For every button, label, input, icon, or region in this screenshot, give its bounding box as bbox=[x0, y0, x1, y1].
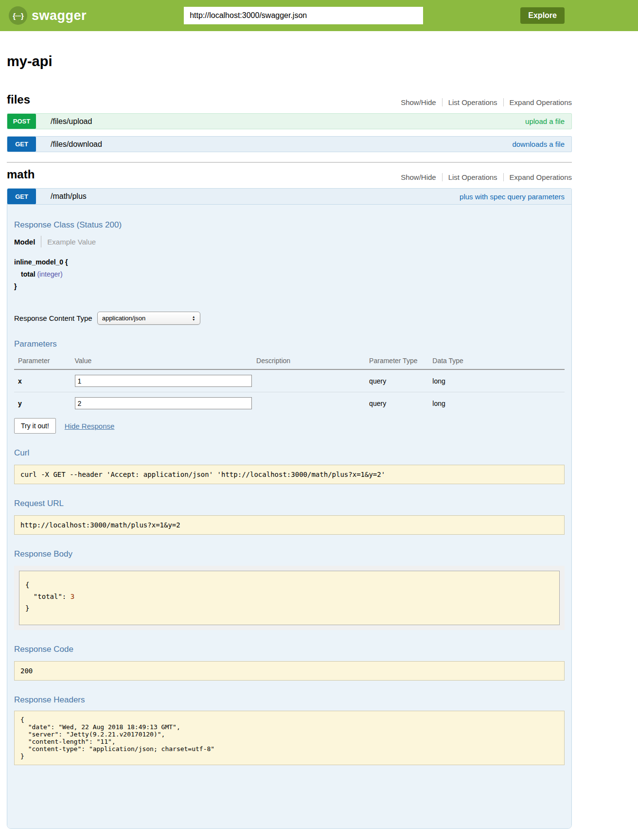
model-open-line: inline_model_0 { bbox=[14, 258, 565, 266]
tab-model[interactable]: Model bbox=[14, 238, 35, 246]
operation-summary-link[interactable]: plus with spec query parameters bbox=[460, 192, 565, 201]
hide-response-link[interactable]: Hide Response bbox=[65, 422, 115, 430]
parameters-table: Parameter Value Description Parameter Ty… bbox=[14, 354, 565, 412]
column-header: Value bbox=[75, 354, 257, 369]
model-tabs: Model Example Value bbox=[14, 236, 565, 247]
tab-separator bbox=[41, 236, 41, 247]
column-header: Description bbox=[256, 354, 369, 369]
operation-path-link[interactable]: /files/upload bbox=[51, 117, 92, 126]
json-open-brace: { bbox=[25, 579, 553, 591]
method-badge-get: GET bbox=[7, 137, 36, 152]
operation-path-link[interactable]: /math/plus bbox=[51, 192, 87, 201]
operation-row-get-files-download[interactable]: GET /files/download downloads a file bbox=[7, 136, 572, 152]
parameters-header-row: Parameter Value Description Parameter Ty… bbox=[14, 354, 565, 369]
column-header: Data Type bbox=[432, 354, 565, 369]
parameter-description bbox=[256, 369, 369, 392]
expand-operations-link[interactable]: Expand Operations bbox=[503, 173, 572, 181]
swagger-logo[interactable]: {···} swagger bbox=[9, 6, 87, 25]
operation-row-post-files-upload[interactable]: POST /files/upload upload a file bbox=[7, 113, 572, 129]
explore-button[interactable]: Explore bbox=[520, 7, 565, 24]
header-bar: {···} swagger Explore bbox=[0, 0, 638, 31]
operation-detail-panel: Response Class (Status 200) Model Exampl… bbox=[7, 205, 571, 828]
parameter-data-type: long bbox=[432, 392, 565, 413]
model-property-name: total bbox=[21, 270, 35, 278]
method-badge-post: POST bbox=[7, 114, 36, 129]
operation-row-get-math-plus[interactable]: GET /math/plus plus with spec query para… bbox=[7, 189, 571, 205]
expand-operations-link[interactable]: Expand Operations bbox=[503, 98, 572, 106]
response-headers-box: { "date": "Wed, 22 Aug 2018 18:49:13 GMT… bbox=[14, 711, 565, 765]
curl-heading: Curl bbox=[14, 448, 565, 458]
headers-line: "content-length": "11", bbox=[20, 738, 558, 745]
selected-content-type: application/json bbox=[102, 315, 146, 322]
headers-line: "server": "Jetty(9.2.21.v20170120)", bbox=[20, 731, 558, 738]
try-it-out-row: Try it out! Hide Response bbox=[14, 418, 565, 434]
parameter-type: query bbox=[369, 369, 432, 392]
model-property-type: (integer) bbox=[37, 270, 62, 278]
parameter-data-type: long bbox=[432, 369, 565, 392]
column-header: Parameter bbox=[14, 354, 75, 369]
response-code-box: 200 bbox=[14, 661, 565, 681]
json-close-brace: } bbox=[25, 602, 553, 614]
operation-path-link[interactable]: /files/download bbox=[51, 140, 102, 149]
api-title: my-api bbox=[7, 53, 572, 70]
main-content: my-api files Show/Hide List Operations E… bbox=[7, 53, 572, 840]
headers-line: } bbox=[20, 752, 558, 760]
section-divider bbox=[7, 162, 572, 163]
response-content-type-row: Response Content Type application/json ▲… bbox=[14, 312, 565, 325]
list-operations-link[interactable]: List Operations bbox=[442, 173, 497, 181]
json-total-line: "total": 3 bbox=[25, 591, 553, 602]
headers-line: "date": "Wed, 22 Aug 2018 18:49:13 GMT", bbox=[20, 723, 558, 731]
resource-name-math: math bbox=[7, 168, 35, 181]
show-hide-link[interactable]: Show/Hide bbox=[401, 173, 436, 181]
model-property-line: total (integer) bbox=[14, 270, 565, 278]
parameter-description bbox=[256, 392, 369, 413]
parameter-value-input-x[interactable] bbox=[75, 375, 252, 387]
operation-block-get-math-plus: GET /math/plus plus with spec query para… bbox=[7, 188, 572, 829]
resource-name-files: files bbox=[7, 93, 30, 106]
response-class-heading: Response Class (Status 200) bbox=[14, 220, 565, 230]
curl-command-box: curl -X GET --header 'Accept: applicatio… bbox=[14, 465, 565, 484]
json-number-value: 3 bbox=[71, 593, 74, 600]
tab-example-value[interactable]: Example Value bbox=[47, 238, 96, 246]
resource-header-math: math Show/Hide List Operations Expand Op… bbox=[7, 168, 572, 181]
response-content-type-select[interactable]: application/json ▲▼ bbox=[97, 312, 200, 325]
select-arrows-icon: ▲▼ bbox=[192, 315, 195, 321]
headers-line: "content-type": "application/json; chars… bbox=[20, 745, 558, 752]
operation-summary-link[interactable]: downloads a file bbox=[512, 140, 565, 148]
response-body-box: { "total": 3} bbox=[19, 571, 560, 625]
model-signature: inline_model_0 { total (integer) } bbox=[14, 258, 565, 290]
headers-line: { bbox=[20, 716, 558, 723]
parameter-value-input-y[interactable] bbox=[75, 397, 252, 409]
response-code-heading: Response Code bbox=[14, 645, 565, 654]
response-content-type-label: Response Content Type bbox=[14, 314, 92, 322]
parameter-name: y bbox=[14, 392, 75, 413]
parameter-name: x bbox=[14, 369, 75, 392]
resource-header-files: files Show/Hide List Operations Expand O… bbox=[7, 93, 572, 106]
request-url-heading: Request URL bbox=[14, 499, 565, 508]
response-body-outer: { "total": 3} bbox=[14, 566, 565, 630]
resource-links-math: Show/Hide List Operations Expand Operati… bbox=[401, 173, 572, 181]
parameters-heading: Parameters bbox=[14, 339, 565, 349]
brand-title: swagger bbox=[32, 8, 87, 23]
list-operations-link[interactable]: List Operations bbox=[442, 98, 497, 106]
request-url-box: http://localhost:3000/math/plus?x=1&y=2 bbox=[14, 515, 565, 535]
response-headers-heading: Response Headers bbox=[14, 695, 565, 705]
try-it-out-button[interactable]: Try it out! bbox=[14, 418, 56, 434]
response-body-heading: Response Body bbox=[14, 549, 565, 559]
swagger-logo-icon: {···} bbox=[9, 6, 27, 25]
resource-links-files: Show/Hide List Operations Expand Operati… bbox=[401, 98, 572, 106]
model-close-line: } bbox=[14, 282, 565, 290]
parameter-row-x: x query long bbox=[14, 369, 565, 392]
parameter-type: query bbox=[369, 392, 432, 413]
method-badge-get: GET bbox=[7, 189, 36, 204]
operation-summary-link[interactable]: upload a file bbox=[525, 117, 565, 125]
show-hide-link[interactable]: Show/Hide bbox=[401, 98, 436, 106]
spec-url-input[interactable] bbox=[184, 7, 423, 24]
column-header: Parameter Type bbox=[369, 354, 432, 369]
parameter-row-y: y query long bbox=[14, 392, 565, 413]
